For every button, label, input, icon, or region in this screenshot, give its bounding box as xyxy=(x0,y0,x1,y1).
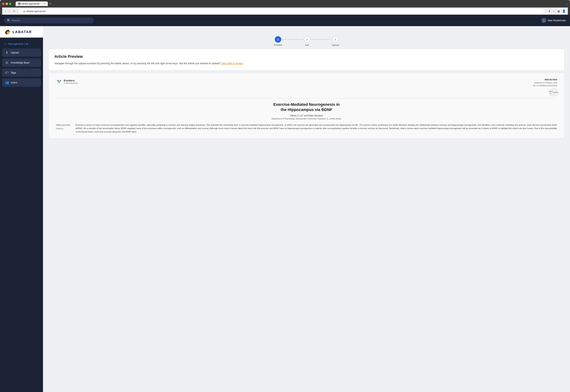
tab-favicon xyxy=(18,2,21,5)
reader-view-button[interactable]: ▣ xyxy=(557,9,560,13)
sidebar-item-label: Upload xyxy=(11,51,19,54)
article-title: Exercise-Mediated Neurogenesis in the Hi… xyxy=(260,102,353,112)
tab-close-button[interactable]: ✕ xyxy=(44,3,45,5)
sidebar-item-label: Users xyxy=(11,81,17,84)
profile-button[interactable]: 👤 xyxy=(562,9,566,13)
article-body-text: Exercise is known to have numerous neuro… xyxy=(76,123,557,134)
check-badge-line2: updates xyxy=(553,91,558,93)
minimize-window-button[interactable] xyxy=(6,3,8,5)
sidebar-item-knowledge-base[interactable]: ⊞ Knowledge Base xyxy=(2,58,41,67)
journal-meta: MINI REVIEW published: 07 February 2018 … xyxy=(533,78,557,87)
journal-subtitle: in Neuroscience xyxy=(64,82,78,84)
step-3-circle[interactable]: 3 xyxy=(332,36,338,42)
user-name: Max Musterman xyxy=(548,19,566,22)
step-connector-1 xyxy=(282,39,304,40)
new-tab-button[interactable]: + xyxy=(49,2,51,6)
stepper-container: 1 Preview 2 Info 3 xyxy=(49,32,564,49)
sidebar-item-home[interactable]: ⌂ Neurogenesis Lab xyxy=(2,41,41,47)
app-wrapper: LABATAR ⌂ Neurogenesis Lab ⬆ Upload ⊞ Kn… xyxy=(0,26,570,392)
check-for-updates-badge: Check for updates xyxy=(550,89,557,96)
sidebar-item-label: Tags xyxy=(11,71,16,74)
svg-point-8 xyxy=(58,80,58,81)
search-bar[interactable]: 🔍 Search... xyxy=(4,17,94,23)
traffic-lights xyxy=(2,3,11,5)
home-icon: ⌂ xyxy=(4,42,6,46)
user-area: 👤 Max Musterman xyxy=(541,18,566,23)
step-3: 3 Upload xyxy=(332,36,339,46)
close-window-button[interactable] xyxy=(2,3,4,5)
article-body-left: OPEN ACCESS Edited by: xyxy=(56,123,72,134)
article-affiliation: Department of Psychology, Northwestern U… xyxy=(56,118,557,120)
article-type: MINI REVIEW xyxy=(533,78,557,82)
open-access-badge: OPEN ACCESS xyxy=(56,124,72,126)
svg-point-9 xyxy=(60,80,60,81)
browser-chrome: labatar.app/upload ✕ + ⌄ ‹ › ↻ 🔒 labatar… xyxy=(0,0,570,15)
sidebar-item-users[interactable]: 👥 Users xyxy=(2,78,41,87)
reload-button[interactable]: ↻ xyxy=(12,9,16,13)
tab-label: labatar.app/upload xyxy=(22,2,39,5)
users-icon: 👥 xyxy=(5,81,9,84)
step-2-circle[interactable]: 2 xyxy=(304,36,310,42)
address-input[interactable]: 🔒 labatar.app/upload xyxy=(18,9,545,14)
sidebar: LABATAR ⌂ Neurogenesis Lab ⬆ Upload ⊞ Kn… xyxy=(0,26,43,392)
search-icon: 🔍 xyxy=(7,19,10,22)
active-tab[interactable]: labatar.app/upload ✕ xyxy=(15,1,48,6)
preview-card-title: Article Preview xyxy=(55,54,558,59)
frontiers-logo: frontiers in Neuroscience xyxy=(56,78,78,85)
step-1-label: Preview xyxy=(274,44,282,46)
step-2-label: Info xyxy=(305,44,309,46)
maximize-window-button[interactable] xyxy=(9,3,11,5)
logo-icon xyxy=(4,28,11,35)
back-button[interactable]: ‹ xyxy=(4,9,7,13)
nav-section: ⌂ Neurogenesis Lab ⬆ Upload ⊞ Knowledge … xyxy=(0,38,43,392)
user-avatar: 👤 xyxy=(541,18,546,23)
knowledge-base-icon: ⊞ xyxy=(5,61,9,65)
restart-link[interactable]: Click here to restart. xyxy=(221,62,244,65)
article-card: frontiers in Neuroscience MINI REVIEW pu… xyxy=(49,73,564,139)
sidebar-item-tags[interactable]: 🏷 Tags xyxy=(2,69,41,77)
browser-controls-row: labatar.app/upload ✕ + ⌄ xyxy=(2,1,568,6)
article-authors: Patrick Z. Liu* and Robin Nusslock xyxy=(56,114,557,117)
check-badge-line1: Check for xyxy=(548,90,553,94)
upload-icon: ⬆ xyxy=(5,51,9,55)
sidebar-item-upload[interactable]: ⬆ Upload xyxy=(2,48,41,57)
share-button[interactable]: ⬆ xyxy=(548,9,551,13)
article-inner: frontiers in Neuroscience MINI REVIEW pu… xyxy=(49,73,564,139)
step-connector-2 xyxy=(310,39,332,40)
journal-name: frontiers xyxy=(64,79,78,82)
step-3-label: Upload xyxy=(332,44,339,46)
journal-header: frontiers in Neuroscience MINI REVIEW pu… xyxy=(56,78,557,98)
published-date: published: 07 February 2018 xyxy=(533,82,557,84)
bookmark-button[interactable]: ☆ xyxy=(552,9,555,13)
svg-point-10 xyxy=(59,82,59,83)
app-header: 🔍 Search... 👤 Max Musterman xyxy=(0,15,570,26)
search-input[interactable]: Search... xyxy=(12,19,22,22)
frontiers-logo-icon xyxy=(56,78,62,85)
lock-icon: 🔒 xyxy=(23,10,25,12)
browser-actions: ⬆ ☆ ▣ 👤 xyxy=(548,9,566,13)
logo-area: LABATAR xyxy=(0,26,43,38)
main-content: 1 Preview 2 Info 3 xyxy=(43,26,570,392)
sidebar-home-label: Neurogenesis Lab xyxy=(8,42,29,45)
step-1-circle[interactable]: 1 xyxy=(275,36,281,42)
step-2: 2 Info xyxy=(304,36,310,46)
article-body: OPEN ACCESS Edited by: Exercise is known… xyxy=(56,123,557,134)
journal-name-block: frontiers in Neuroscience xyxy=(64,79,78,84)
edited-by: Edited by: xyxy=(56,128,72,130)
tab-bar: labatar.app/upload ✕ + xyxy=(15,1,51,6)
stepper: 1 Preview 2 Info 3 xyxy=(274,36,339,46)
expand-button[interactable]: ⌄ xyxy=(566,2,568,5)
tags-icon: 🏷 xyxy=(5,71,9,74)
preview-card: Article Preview Navigate through the upl… xyxy=(49,49,564,70)
logo-text: LABATAR xyxy=(13,30,32,34)
url-text: labatar.app/upload xyxy=(27,10,46,13)
address-bar: ‹ › ↻ 🔒 labatar.app/upload ⬆ ☆ ▣ 👤 xyxy=(2,8,568,15)
step-1: 1 Preview xyxy=(274,36,282,46)
sidebar-item-label: Knowledge Base xyxy=(11,61,29,64)
forward-button[interactable]: › xyxy=(8,9,11,13)
preview-card-description: Navigate through the upload assistant by… xyxy=(55,61,558,65)
doi: doi: 10.3389/fnins.2018.00052 xyxy=(533,84,557,87)
